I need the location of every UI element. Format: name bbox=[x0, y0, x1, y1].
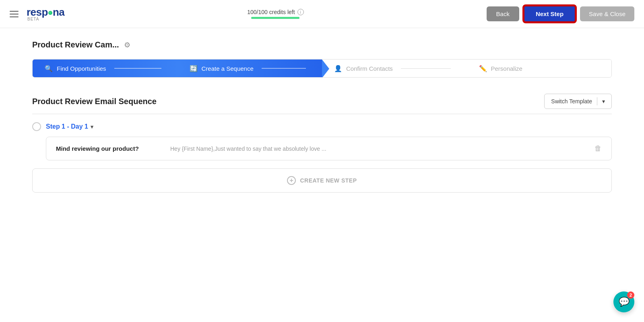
create-step-label: CREATE NEW STEP bbox=[300, 177, 357, 184]
campaign-title: Product Review Cam... bbox=[32, 40, 119, 49]
step-1-radio[interactable] bbox=[32, 122, 41, 131]
sequence-header: Product Review Email Sequence Switch Tem… bbox=[32, 94, 612, 114]
logo-dot bbox=[48, 11, 52, 15]
delete-icon[interactable]: 🗑 bbox=[594, 144, 602, 153]
hamburger-menu[interactable] bbox=[10, 11, 19, 17]
step-personalize[interactable]: ✏️ Personalize bbox=[467, 59, 612, 77]
step-3-line bbox=[401, 68, 451, 69]
switch-template-button[interactable]: Switch Template ▾ bbox=[544, 94, 612, 109]
logo-text-after: na bbox=[53, 6, 64, 18]
chat-icon: 💬 bbox=[619, 297, 630, 307]
step-find-opportunities[interactable]: 🔍 Find Opportunities bbox=[33, 59, 178, 77]
step-create-sequence[interactable]: 🔄 Create a Sequence bbox=[178, 59, 322, 77]
credits-bar-background bbox=[251, 17, 299, 19]
step-1-line bbox=[114, 68, 161, 69]
save-close-button[interactable]: Save & Close bbox=[580, 6, 634, 21]
credits-text: 100/100 credits left i bbox=[247, 9, 303, 15]
step-confirm-contacts-label: Confirm Contacts bbox=[346, 65, 393, 72]
sequence-icon: 🔄 bbox=[190, 65, 198, 72]
chevron-down-icon: ▾ bbox=[602, 98, 605, 105]
gear-icon[interactable]: ⚙ bbox=[124, 41, 130, 49]
next-step-button[interactable]: Next Step bbox=[523, 5, 576, 23]
step-1-label-text: Step 1 - Day 1 bbox=[46, 123, 88, 130]
email-preview: Hey {First Name},Just wanted to say that… bbox=[170, 146, 326, 152]
step-personalize-label: Personalize bbox=[491, 65, 522, 72]
sequence-title: Product Review Email Sequence bbox=[32, 97, 157, 106]
email-card-left: Mind reviewing our product? Hey {First N… bbox=[56, 145, 326, 152]
email-card[interactable]: Mind reviewing our product? Hey {First N… bbox=[46, 137, 612, 160]
back-button[interactable]: Back bbox=[487, 6, 519, 21]
email-subject: Mind reviewing our product? bbox=[56, 145, 161, 152]
chevron-down-icon: ▾ bbox=[91, 124, 93, 130]
header-left: respna BETA bbox=[10, 7, 64, 21]
search-icon: 🔍 bbox=[45, 65, 53, 72]
personalize-icon: ✏️ bbox=[479, 65, 487, 72]
chat-badge: 2 bbox=[627, 291, 634, 299]
step-2-line bbox=[262, 68, 306, 69]
logo-wordmark: respna bbox=[27, 7, 64, 17]
step-find-opportunities-label: Find Opportunities bbox=[57, 65, 106, 72]
info-icon[interactable]: i bbox=[297, 9, 304, 15]
header-center: 100/100 credits left i bbox=[247, 9, 303, 19]
step-1-row: Step 1 - Day 1 ▾ bbox=[32, 122, 612, 131]
progress-steps-bar: 🔍 Find Opportunities 🔄 Create a Sequence… bbox=[32, 59, 612, 78]
step-1-label[interactable]: Step 1 - Day 1 ▾ bbox=[46, 123, 93, 130]
header-right: Back Next Step Save & Close bbox=[487, 5, 634, 23]
header: respna BETA 100/100 credits left i Back … bbox=[0, 0, 644, 28]
credits-value: 100/100 credits left bbox=[247, 9, 295, 15]
contacts-icon: 👤 bbox=[334, 65, 342, 72]
switch-template-label: Switch Template bbox=[551, 98, 592, 105]
create-new-step-button[interactable]: + CREATE NEW STEP bbox=[32, 168, 612, 193]
campaign-title-row: Product Review Cam... ⚙ bbox=[32, 40, 612, 49]
step-confirm-contacts[interactable]: 👤 Confirm Contacts bbox=[322, 59, 467, 77]
logo: respna BETA bbox=[27, 7, 64, 21]
logo-beta: BETA bbox=[27, 17, 39, 21]
plus-circle-icon: + bbox=[287, 176, 296, 185]
step-create-sequence-label: Create a Sequence bbox=[202, 65, 254, 72]
credits-bar-fill bbox=[251, 17, 299, 19]
logo-text-before: resp bbox=[27, 6, 48, 18]
main-content: Product Review Cam... ⚙ 🔍 Find Opportuni… bbox=[0, 28, 644, 205]
divider bbox=[597, 97, 597, 105]
chat-bubble-button[interactable]: 💬 2 bbox=[613, 291, 634, 312]
